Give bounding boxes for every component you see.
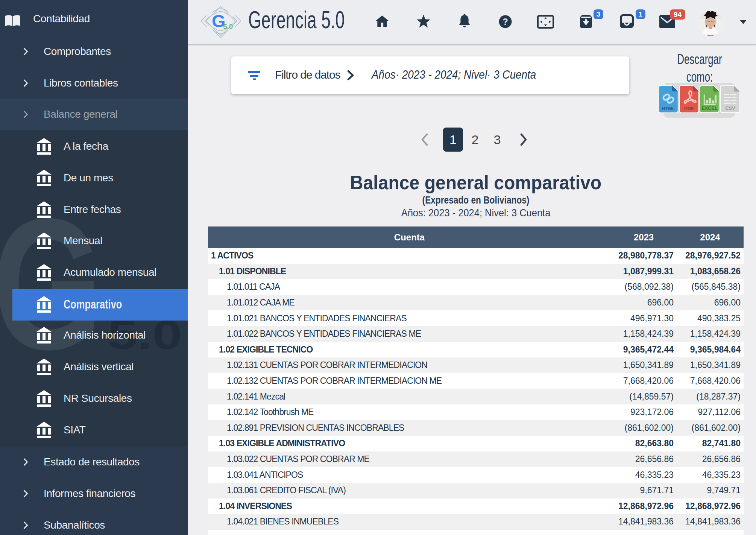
svg-text:HTML: HTML [662, 106, 675, 111]
svg-text:CSV: CSV [725, 105, 735, 111]
svg-text:PDF: PDF [684, 106, 694, 111]
svg-text:EXCEL: EXCEL [701, 105, 718, 111]
svg-text:?: ? [502, 17, 508, 27]
svg-text:5.0: 5.0 [223, 23, 233, 30]
